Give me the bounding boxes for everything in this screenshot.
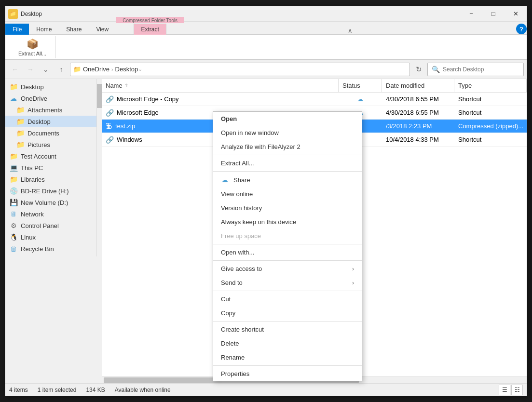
sidebar-item-test-account[interactable]: 📁 Test Account <box>5 150 96 162</box>
ctx-divider-2 <box>213 171 362 172</box>
status-bar: 4 items 1 item selected 134 KB Available… <box>5 383 527 396</box>
ctx-send-to[interactable]: Send to › <box>213 276 362 290</box>
status-availability: Available when online <box>115 387 171 393</box>
extract-all-label: Extract All... <box>18 51 46 56</box>
sidebar-item-desktop[interactable]: 📁 Desktop <box>5 81 96 93</box>
sidebar-item-onedrive[interactable]: ☁ OneDrive <box>5 93 96 104</box>
sidebar-item-network[interactable]: 🖥 Network <box>5 208 96 220</box>
sidebar-list: 📁 Desktop ☁ OneDrive 📁 Attachments 📁 Des… <box>5 79 97 256</box>
tab-home[interactable]: Home <box>29 24 59 35</box>
col-header-status[interactable]: Status <box>339 79 382 92</box>
search-box[interactable]: 🔍 <box>427 63 524 76</box>
cloud-share-icon: ☁ <box>221 176 229 184</box>
file-date-cell: /3/2018 2:23 PM <box>382 122 454 130</box>
address-part-onedrive: OneDrive <box>83 66 109 73</box>
ctx-give-access-label: Give access to <box>221 265 347 272</box>
ctx-give-access-arrow: › <box>352 266 354 272</box>
ctx-divider-4 <box>213 260 362 261</box>
sidebar-item-bd-drive[interactable]: 💿 BD-RE Drive (H:) <box>5 185 96 197</box>
window-controls: − □ ✕ <box>460 6 527 22</box>
ctx-properties[interactable]: Properties <box>213 367 362 381</box>
sidebar-item-attachments[interactable]: 📁 Attachments <box>5 104 96 116</box>
refresh-button[interactable]: ↻ <box>412 63 425 76</box>
sidebar-item-label: Desktop <box>21 83 44 91</box>
tab-share[interactable]: Share <box>59 24 89 35</box>
sidebar-item-pictures[interactable]: 📁 Pictures <box>5 139 96 150</box>
up-button[interactable]: ↑ <box>55 63 68 76</box>
address-expand-button[interactable]: ⌄ <box>138 66 142 72</box>
tab-extract[interactable]: Extract <box>134 24 166 35</box>
tab-file[interactable]: File <box>5 24 29 35</box>
sidebar-item-documents[interactable]: 📁 Documents <box>5 127 96 139</box>
file-type-cell: Shortcut <box>454 136 527 143</box>
back-button[interactable]: ← <box>8 63 22 76</box>
ctx-create-shortcut-label: Create shortcut <box>221 326 354 333</box>
ctx-copy[interactable]: Copy <box>213 306 362 320</box>
folder-icon: 📁 <box>16 106 25 114</box>
sidebar-item-label: Recycle Bin <box>21 245 54 253</box>
context-menu: Open Open in new window Analyze file wit… <box>213 111 362 381</box>
extract-all-button[interactable]: 📦 Extract All... <box>13 36 52 59</box>
large-icons-view-button[interactable]: ☷ <box>511 385 523 395</box>
col-header-type[interactable]: Type <box>454 79 527 92</box>
ctx-rename[interactable]: Rename <box>213 350 362 364</box>
sidebar-item-new-volume[interactable]: 💾 New Volume (D:) <box>5 197 96 208</box>
cloud-icon: ☁ <box>9 94 18 103</box>
file-icon: 🔗 <box>106 109 114 117</box>
col-header-name[interactable]: Name ⇑ <box>102 79 339 92</box>
close-button[interactable]: ✕ <box>505 6 527 22</box>
col-header-date[interactable]: Date modified <box>382 79 454 92</box>
sidebar-scrollbar[interactable] <box>97 79 102 383</box>
col-status-label: Status <box>342 82 360 89</box>
ribbon: File Home Share View Compressed Folder T… <box>5 22 527 60</box>
sidebar: 📁 Desktop ☁ OneDrive 📁 Attachments 📁 Des… <box>5 79 102 383</box>
sidebar-item-label: Linux <box>21 234 36 241</box>
ctx-give-access[interactable]: Give access to › <box>213 262 362 276</box>
address-box[interactable]: 📁 OneDrive › Desktop ⌄ <box>70 63 410 76</box>
ctx-delete[interactable]: Delete <box>213 336 362 350</box>
ctx-share[interactable]: ☁ Share <box>213 173 362 187</box>
drive-icon: 💾 <box>9 198 18 207</box>
tab-view[interactable]: View <box>89 24 116 35</box>
recent-locations-button[interactable]: ⌄ <box>39 63 53 76</box>
ctx-rename-label: Rename <box>221 354 354 361</box>
ctx-analyze[interactable]: Analyze file with FileAlyzer 2 <box>213 140 362 154</box>
details-view-button[interactable]: ☰ <box>499 385 510 395</box>
extract-icon: 📦 <box>27 38 39 50</box>
ctx-free-up-space-label: Free up space <box>221 232 354 240</box>
sidebar-item-control-panel[interactable]: ⚙ Control Panel <box>5 220 96 231</box>
help-button[interactable]: ? <box>516 24 527 34</box>
sidebar-item-linux[interactable]: 🐧 Linux <box>5 231 96 243</box>
ctx-delete-label: Delete <box>221 340 354 347</box>
ctx-always-keep[interactable]: Always keep on this device <box>213 215 362 229</box>
ribbon-content: 📦 Extract All... <box>5 34 527 59</box>
ctx-version-history[interactable]: Version history <box>213 201 362 215</box>
ribbon-collapse-button[interactable]: ∧ <box>345 27 355 34</box>
ctx-free-up-space: Free up space <box>213 229 362 243</box>
ctx-cut[interactable]: Cut <box>213 292 362 306</box>
sidebar-item-libraries[interactable]: 📁 Libraries <box>5 174 96 185</box>
table-row[interactable]: 🔗 Microsoft Edge - Copy ☁ 4/30/2018 6:55… <box>102 93 527 106</box>
forward-button[interactable]: → <box>24 63 37 76</box>
ctx-view-online[interactable]: View online <box>213 187 362 201</box>
sidebar-item-label: Network <box>21 211 44 218</box>
linux-icon: 🐧 <box>9 233 18 241</box>
sidebar-item-this-pc[interactable]: 💻 This PC <box>5 162 96 174</box>
maximize-button[interactable]: □ <box>482 6 505 22</box>
sidebar-item-recycle-bin[interactable]: 🗑 Recycle Bin <box>5 243 96 255</box>
sidebar-item-label: BD-RE Drive (H:) <box>21 188 69 195</box>
minimize-button[interactable]: − <box>460 6 482 22</box>
sort-arrow-name: ⇑ <box>124 83 128 88</box>
sidebar-item-label: Control Panel <box>21 222 59 229</box>
ctx-open-with[interactable]: Open with... <box>213 245 362 259</box>
pc-icon: 💻 <box>9 163 18 172</box>
ctx-open-new-window[interactable]: Open in new window <box>213 126 362 140</box>
file-name: Microsoft Edge <box>117 109 159 116</box>
ctx-version-history-label: Version history <box>221 204 354 212</box>
ctx-open[interactable]: Open <box>213 112 362 126</box>
sidebar-item-desktop-sub[interactable]: 📁 Desktop <box>5 116 96 127</box>
search-input[interactable] <box>443 66 519 73</box>
file-status-cell: ☁ <box>339 96 382 103</box>
ctx-extract-all[interactable]: Extract All... <box>213 156 362 170</box>
ctx-create-shortcut[interactable]: Create shortcut <box>213 322 362 336</box>
